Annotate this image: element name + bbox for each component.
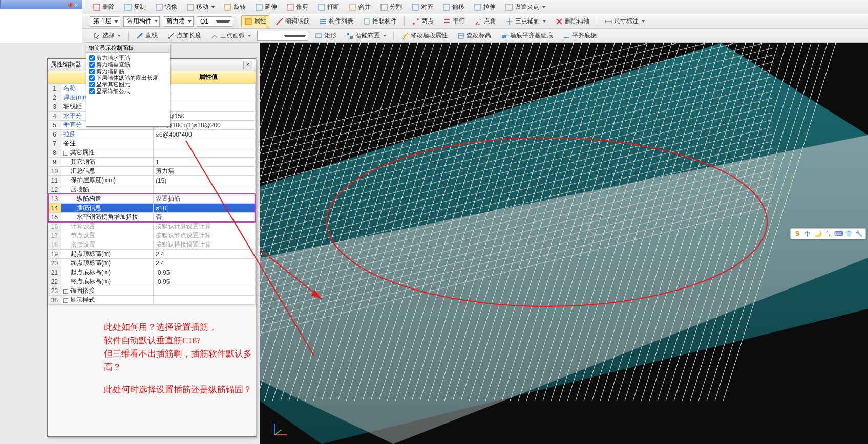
annotation-text: 此处如何用？选择设置插筋， 软件自动默认垂直筋C18? 但三维看不出插筋啊，插筋… <box>104 321 256 396</box>
prop-row-11[interactable]: 11保护层厚度(mm)(15) <box>48 176 256 185</box>
combo-code[interactable]: Q1 <box>197 16 232 27</box>
prop-row-23[interactable]: 23+锚固搭接 <box>48 286 256 296</box>
checkbox[interactable] <box>89 62 95 68</box>
svg-rect-32 <box>316 34 321 38</box>
ime-lang-icon[interactable]: 中 <box>803 230 812 238</box>
tb1-合并[interactable]: 合并 <box>346 1 374 13</box>
prop-row-13[interactable]: 13纵筋构造设置插筋 <box>48 194 256 204</box>
btn-delete-aux[interactable]: 删除辅轴 <box>552 15 592 27</box>
tb1-打断[interactable]: 打断 <box>314 1 343 13</box>
prop-row-10[interactable]: 10汇总信息剪力墙 <box>48 167 256 176</box>
btn-check-elevation[interactable]: 查改标高 <box>454 30 494 41</box>
btn-line[interactable]: 直线 <box>133 30 161 41</box>
btn-wall-slab-align[interactable]: 平齐底板 <box>559 30 600 41</box>
checkbox[interactable] <box>89 88 95 94</box>
btn-arc-3pt[interactable]: 三点画弧 <box>207 30 254 41</box>
btn-edit-rebar[interactable]: 编辑钢筋 <box>272 15 313 27</box>
ime-punct-icon[interactable]: °, <box>824 230 832 238</box>
svg-rect-12 <box>475 4 481 10</box>
prop-row-17[interactable]: 17节点设置按默认节点设置计算 <box>48 231 256 240</box>
btn-modify-wall-props[interactable]: 修改墙段属性 <box>398 30 451 41</box>
tb1-对齐[interactable]: 对齐 <box>408 1 436 13</box>
prop-row-14[interactable]: 14插筋信息⌀18 <box>48 204 256 213</box>
combo-component[interactable]: 常用构件 <box>123 16 160 27</box>
tb1-偏移[interactable]: 偏移 <box>439 1 468 13</box>
btn-component-list[interactable]: 构件列表 <box>316 15 356 27</box>
prop-row-8[interactable]: 8−其它属性 <box>48 148 256 158</box>
tb1-删除[interactable]: 删除 <box>90 1 118 13</box>
btn-parallel[interactable]: 平行 <box>440 15 468 27</box>
btn-point-length[interactable]: 点加长度 <box>164 30 204 41</box>
tb1-旋转[interactable]: 旋转 <box>221 1 249 13</box>
prop-row-16[interactable]: 16计算设置按默认计算设置计算 <box>48 222 256 231</box>
btn-dimension[interactable]: 尺寸标注 <box>601 15 648 27</box>
btn-select[interactable]: 选择 <box>90 30 124 41</box>
btn-smart-layout[interactable]: 智能布置 <box>343 30 389 41</box>
prop-row-7[interactable]: 7备注 <box>48 139 256 148</box>
prop-row-22[interactable]: 22终点底标高(m)-0.95 <box>48 277 256 286</box>
btn-three-pt-aux[interactable]: 三点辅轴 <box>502 15 549 27</box>
btn-pick-component[interactable]: 拾取构件 <box>359 15 400 27</box>
chk-0[interactable]: 剪力墙水平筋 <box>89 55 166 61</box>
ime-skin-icon[interactable]: 👕 <box>844 230 853 238</box>
close-button[interactable]: × <box>243 61 252 69</box>
combo-sub[interactable]: 剪力墙 <box>163 16 194 27</box>
ime-moon-icon[interactable]: 🌙 <box>814 230 822 238</box>
btn-properties[interactable]: 属性 <box>241 15 269 27</box>
tb1-移动[interactable]: 移动 <box>183 1 218 13</box>
ime-keyboard-icon[interactable]: ⌨ <box>834 230 842 238</box>
prop-row-21[interactable]: 21起点底标高(m)-0.95 <box>48 268 256 277</box>
left-dock-blank <box>0 9 82 43</box>
prop-header-value: 属性值 <box>161 71 256 83</box>
svg-rect-7 <box>319 4 325 10</box>
3d-viewport[interactable] <box>260 43 868 444</box>
combo-layer[interactable]: 第-1层 <box>90 16 120 27</box>
checkbox[interactable] <box>89 75 95 81</box>
prop-row-12[interactable]: 12压墙筋 <box>48 185 256 194</box>
svg-point-18 <box>413 23 415 25</box>
checkbox[interactable] <box>89 82 95 87</box>
chk-1[interactable]: 剪力墙垂直筋 <box>89 61 166 68</box>
btn-point-angle[interactable]: 点角 <box>471 15 499 27</box>
prop-row-15[interactable]: 15水平钢筋拐角增加搭接否 <box>48 213 256 222</box>
pin-icon[interactable]: 📌 <box>67 2 72 7</box>
svg-line-145 <box>274 430 282 435</box>
btn-rect[interactable]: 矩形 <box>311 30 340 41</box>
checkbox[interactable] <box>89 55 95 61</box>
tb1-复制[interactable]: 复制 <box>121 1 149 13</box>
chk-5[interactable]: 显示详细公式 <box>89 88 166 95</box>
svg-rect-2 <box>156 4 162 10</box>
ime-logo-icon: S <box>793 230 801 238</box>
chk-3[interactable]: 下层墙体纵筋的露出长度 <box>89 75 166 81</box>
svg-rect-15 <box>320 19 326 20</box>
svg-rect-0 <box>94 4 100 10</box>
prop-row-20[interactable]: 20终点顶标高(m)2.4 <box>48 259 256 268</box>
close-icon[interactable]: × <box>75 2 80 7</box>
chk-2[interactable]: 剪力墙插筋 <box>89 68 166 75</box>
prop-row-18[interactable]: 18搭接设置按默认搭接设置计算 <box>48 240 256 250</box>
checkbox[interactable] <box>89 69 95 74</box>
ime-status-bar[interactable]: S 中 🌙 °, ⌨ 👕 🔧 <box>790 228 866 239</box>
tb1-分割[interactable]: 分割 <box>377 1 405 13</box>
combo-draw-blank[interactable] <box>257 31 308 41</box>
rebar-display-panel[interactable]: 钢筋显示控制面板 剪力墙水平筋剪力墙垂直筋剪力墙插筋下层墙体纵筋的露出长度显示其… <box>86 43 170 127</box>
tb1-延伸[interactable]: 延伸 <box>252 1 280 13</box>
chk-4[interactable]: 显示其它图元 <box>89 81 166 88</box>
tb1-设置夹点[interactable]: 设置夹点 <box>502 1 548 13</box>
btn-wall-base-align[interactable]: 墙底平齐基础底 <box>497 30 556 41</box>
tb1-镜像[interactable]: 镜像 <box>152 1 180 13</box>
prop-row-9[interactable]: 9其它钢筋1 <box>48 158 256 167</box>
prop-row-19[interactable]: 19起点顶标高(m)2.4 <box>48 250 256 259</box>
svg-rect-13 <box>506 4 512 10</box>
svg-rect-3 <box>187 4 194 10</box>
prop-row-6[interactable]: 6拉筋⌀6@400*400 <box>48 130 256 139</box>
tb1-修剪[interactable]: 修剪 <box>283 1 311 13</box>
btn-two-point[interactable]: 两点 <box>409 15 437 27</box>
svg-rect-11 <box>443 4 450 10</box>
ime-settings-icon[interactable]: 🔧 <box>855 230 863 238</box>
tb1-拉伸[interactable]: 拉伸 <box>471 1 499 13</box>
svg-rect-34 <box>350 36 353 39</box>
prop-row-38[interactable]: 38+显示样式 <box>48 296 256 305</box>
svg-rect-8 <box>350 4 356 10</box>
toolbar-draw: 选择 直线 点加长度 三点画弧 矩形 智能布置 修改墙段属性 查改标高 墙底平齐… <box>0 29 868 43</box>
